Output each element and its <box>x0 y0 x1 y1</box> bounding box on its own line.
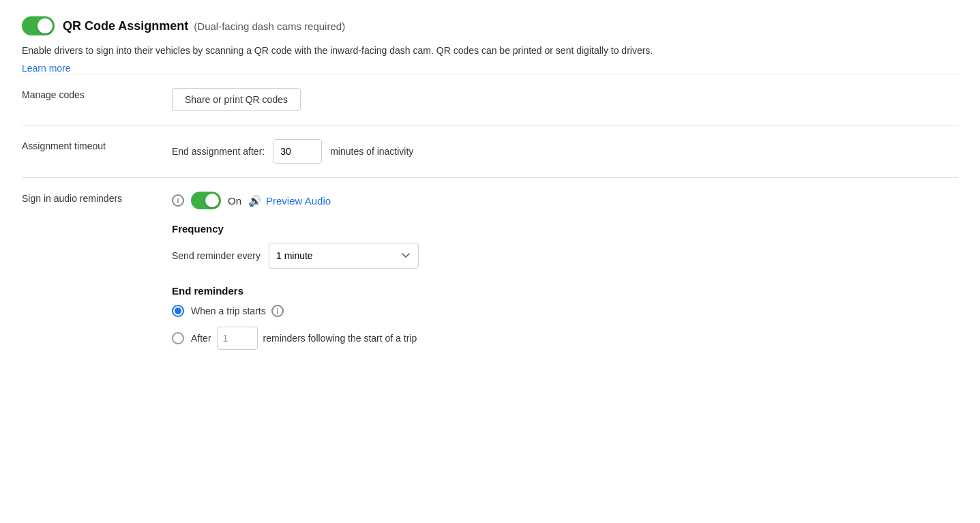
share-print-button[interactable]: Share or print QR codes <box>172 88 301 111</box>
info-icon[interactable]: i <box>172 194 184 207</box>
send-label: Send reminder every <box>172 250 261 261</box>
on-text: On <box>228 195 241 207</box>
assignment-timeout-label: Assignment timeout <box>22 139 172 151</box>
sign-in-audio-row: Sign in audio reminders i On 🔊 Preview A… <box>22 177 958 223</box>
sign-in-audio-content: i On 🔊 Preview Audio <box>172 192 958 209</box>
subtitle: (Dual-facing dash cams required) <box>194 20 345 32</box>
inactivity-text: minutes of inactivity <box>330 146 413 157</box>
inactivity-row: End assignment after: minutes of inactiv… <box>172 139 413 164</box>
radio-trip-starts-label: When a trip starts i <box>191 305 284 317</box>
frequency-select[interactable]: 1 minute 2 minutes 5 minutes 10 minutes <box>269 243 419 269</box>
audio-details: Frequency Send reminder every 1 minute 2… <box>172 223 958 363</box>
end-assignment-label: End assignment after: <box>172 146 265 157</box>
sign-in-audio-label: Sign in audio reminders <box>22 192 172 204</box>
end-reminders-section: End reminders When a trip starts i After… <box>172 285 958 350</box>
description: Enable drivers to sign into their vehicl… <box>22 44 908 58</box>
manage-codes-row: Manage codes Share or print QR codes <box>22 74 958 125</box>
audio-toggle[interactable] <box>191 192 221 209</box>
main-toggle[interactable] <box>22 16 55 35</box>
preview-audio-button[interactable]: 🔊 Preview Audio <box>248 194 331 207</box>
title-block: QR Code Assignment (Dual-facing dash cam… <box>63 19 345 33</box>
main-title: QR Code Assignment <box>63 19 188 33</box>
radio-trip-starts[interactable] <box>172 305 184 317</box>
manage-codes-content: Share or print QR codes <box>172 88 958 111</box>
speaker-icon: 🔊 <box>248 194 262 207</box>
header-row: QR Code Assignment (Dual-facing dash cam… <box>22 16 958 35</box>
after-suffix: reminders following the start of a trip <box>263 333 417 344</box>
send-row: Send reminder every 1 minute 2 minutes 5… <box>172 243 958 269</box>
frequency-heading: Frequency <box>172 223 958 235</box>
manage-codes-label: Manage codes <box>22 88 172 100</box>
audio-row: i On 🔊 Preview Audio <box>172 192 331 209</box>
preview-audio-label: Preview Audio <box>266 195 331 207</box>
radio-item-trip-starts: When a trip starts i <box>172 305 958 317</box>
end-reminders-heading: End reminders <box>172 285 958 297</box>
radio-item-after: After reminders following the start of a… <box>172 327 958 350</box>
after-input[interactable] <box>217 327 258 350</box>
radio-after-label: After reminders following the start of a… <box>191 327 417 350</box>
timeout-input[interactable] <box>273 139 322 164</box>
assignment-timeout-content: End assignment after: minutes of inactiv… <box>172 139 958 164</box>
frequency-section: Frequency Send reminder every 1 minute 2… <box>172 223 958 269</box>
radio-after[interactable] <box>172 332 184 344</box>
learn-more-link[interactable]: Learn more <box>22 63 71 74</box>
trip-starts-info-icon[interactable]: i <box>271 305 284 317</box>
assignment-timeout-row: Assignment timeout End assignment after:… <box>22 125 958 177</box>
radio-group: When a trip starts i After reminders fol… <box>172 305 958 350</box>
